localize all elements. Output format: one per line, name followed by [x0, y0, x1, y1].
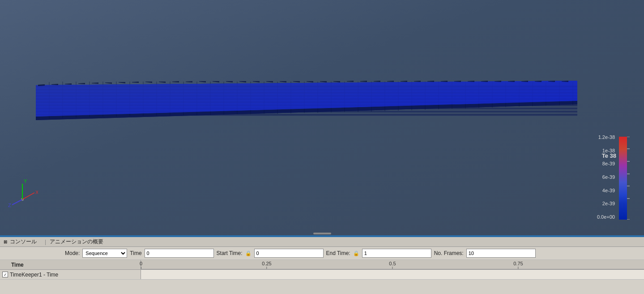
svg-marker-62	[132, 82, 139, 83]
mode-label: Mode:	[65, 250, 80, 256]
svg-marker-68	[213, 81, 219, 82]
tick-075: 0.75	[513, 261, 523, 269]
fin-3d-object	[36, 78, 577, 123]
timekeeper-row-content[interactable]	[141, 270, 644, 279]
tick-05: 0.5	[389, 261, 396, 269]
time-input[interactable]	[145, 249, 214, 258]
viewport-3d[interactable]: 1.2e-38 1e-38 8e-39 6e-39 4e-39 2e-39 0.…	[0, 0, 644, 235]
svg-line-107	[12, 199, 22, 205]
tab-console[interactable]: ⊠ コンソール	[2, 238, 37, 246]
timekeeper-checkbox[interactable]: ✓	[2, 272, 8, 277]
svg-marker-64	[159, 82, 166, 83]
svg-marker-58	[78, 83, 85, 84]
scale-label-max: 1.2e-38	[597, 134, 615, 140]
svg-marker-81	[387, 81, 394, 82]
end-time-input[interactable]	[362, 249, 431, 258]
svg-marker-65	[172, 81, 179, 82]
scale-ticks	[627, 137, 638, 220]
timekeeper-label: TimeKeeper1 - Time	[10, 272, 58, 278]
scale-label-5: 2e-39	[597, 201, 615, 206]
svg-marker-59	[92, 82, 98, 84]
no-frames-label: No. Frames:	[434, 250, 464, 256]
svg-line-105	[22, 193, 34, 199]
scale-title: Te 38	[602, 152, 616, 159]
svg-marker-69	[226, 81, 233, 82]
start-time-label: Start Time:	[217, 250, 243, 256]
no-frames-input[interactable]	[466, 249, 536, 258]
svg-marker-78	[347, 81, 354, 82]
svg-marker-60	[105, 82, 112, 84]
svg-marker-56	[51, 84, 58, 85]
svg-text:Y: Y	[24, 178, 27, 184]
svg-marker-79	[360, 81, 367, 82]
svg-marker-61	[119, 82, 125, 83]
end-time-label: End Time:	[326, 250, 350, 256]
tab-console-label: コンソール	[10, 238, 37, 246]
svg-marker-57	[65, 83, 72, 85]
color-scale-bar	[619, 137, 627, 220]
svg-marker-83	[414, 81, 421, 82]
svg-marker-77	[333, 81, 340, 82]
start-time-input[interactable]	[254, 249, 324, 258]
svg-marker-71	[253, 81, 260, 82]
svg-marker-72	[266, 81, 273, 82]
svg-text:X: X	[35, 190, 38, 195]
mode-select[interactable]: Sequence Snap Real Time	[82, 249, 127, 258]
timeline-header: Time 0 0.25 0.5 0.75	[0, 260, 644, 270]
svg-marker-74	[293, 81, 300, 82]
timeline-row-timekeeper: ✓ TimeKeeper1 - Time	[0, 270, 644, 280]
timekeeper-row-label: ✓ TimeKeeper1 - Time	[0, 270, 141, 279]
svg-marker-80	[374, 81, 380, 82]
timeline-time-header: Time	[0, 260, 141, 269]
svg-marker-84	[427, 81, 434, 82]
svg-text:Z: Z	[8, 203, 11, 208]
tick-0: 0	[140, 261, 142, 269]
scale-label-4: 4e-39	[597, 188, 615, 193]
tab-animation-label: アニメーションの概要	[50, 238, 103, 246]
end-time-lock-icon: 🔒	[353, 251, 359, 256]
scale-label-2: 8e-39	[597, 161, 615, 166]
bottom-tabs-bar: ⊠ コンソール | アニメーションの概要	[0, 237, 644, 247]
timeline-tick-area: 0 0.25 0.5 0.75	[141, 260, 644, 269]
axis-indicator: Y X Z	[7, 177, 38, 208]
resize-handle[interactable]	[313, 233, 331, 234]
tab-animation[interactable]: アニメーションの概要	[50, 238, 103, 246]
svg-marker-70	[239, 81, 246, 82]
color-scale-labels: 1.2e-38 1e-38 8e-39 6e-39 4e-39 2e-39 0.…	[597, 134, 615, 220]
svg-marker-76	[320, 81, 327, 82]
time-label: Time	[130, 250, 141, 256]
svg-marker-75	[307, 81, 313, 82]
bottom-panel: ⊠ コンソール | アニメーションの概要 Mode: Sequence Snap…	[0, 237, 644, 294]
svg-marker-63	[145, 82, 152, 83]
scale-label-3: 6e-39	[597, 174, 615, 180]
svg-marker-66	[186, 81, 192, 82]
console-icon: ⊠	[2, 239, 9, 245]
svg-marker-73	[280, 81, 286, 82]
start-time-lock-icon: 🔒	[245, 251, 252, 256]
svg-marker-67	[199, 81, 206, 82]
scale-label-min: 0.0e+00	[597, 214, 615, 220]
animation-controls-row: Mode: Sequence Snap Real Time Time Start…	[0, 247, 644, 260]
tick-025: 0.25	[262, 261, 271, 269]
svg-marker-82	[401, 81, 407, 82]
